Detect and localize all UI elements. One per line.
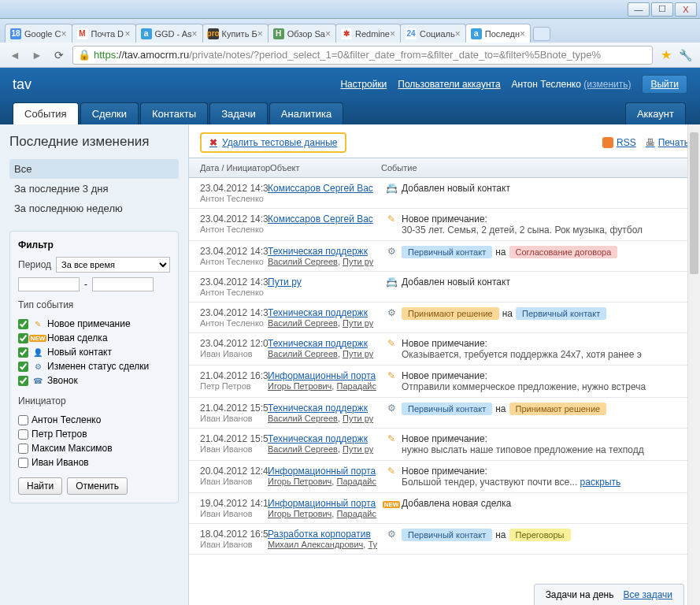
event-initiator: Антон Тесленко <box>200 194 268 203</box>
event-object-link[interactable]: Комиссаров Сергей Вас <box>268 213 381 225</box>
expand-link[interactable]: раскрыть <box>580 477 621 488</box>
event-sub-link[interactable]: Игорь Петрович <box>268 509 331 518</box>
check-new-note[interactable] <box>18 319 28 329</box>
event-object-link[interactable]: Техническая поддержк <box>268 246 381 257</box>
tab-tasks[interactable]: Задачи <box>209 102 268 124</box>
check-user-4[interactable] <box>18 458 28 468</box>
bookmark-star-icon[interactable]: ★ <box>661 47 672 62</box>
event-sub-link[interactable]: Василий Сергеев <box>268 318 338 328</box>
check-new-deal[interactable] <box>18 333 28 343</box>
settings-link[interactable]: Настройки <box>340 79 387 90</box>
logout-button[interactable]: Выйти <box>642 75 687 94</box>
browser-tab[interactable]: HОбзор Sa× <box>268 24 336 43</box>
url-input[interactable]: 🔒 https://tav.amocrm.ru/private/notes/?p… <box>72 46 653 65</box>
event-date: 21.04.2012 15:5 <box>200 433 268 444</box>
scrollbar[interactable] <box>687 124 700 605</box>
period-select[interactable]: За все время <box>56 257 170 273</box>
tab-close-icon[interactable]: × <box>520 28 525 39</box>
tab-contacts[interactable]: Контакты <box>140 102 208 124</box>
event-object-link[interactable]: Комиссаров Сергей Вас <box>268 183 381 194</box>
check-status-change[interactable] <box>18 362 28 372</box>
check-user-3[interactable] <box>18 444 28 454</box>
favicon-icon: ✱ <box>341 28 352 39</box>
tab-analytics[interactable]: Аналитика <box>269 102 343 124</box>
new-tab-button[interactable] <box>533 27 550 41</box>
browser-tab[interactable]: aПоследн× <box>465 24 531 43</box>
event-sub-link[interactable]: Парадайс <box>336 381 376 391</box>
check-user-1[interactable] <box>18 415 28 425</box>
favicon-icon: 18 <box>10 28 21 39</box>
event-sub-link[interactable]: Василий Сергеев <box>268 349 338 358</box>
tab-close-icon[interactable]: × <box>257 28 263 39</box>
window-maximize-button[interactable]: ☐ <box>651 2 673 17</box>
cancel-button[interactable]: Отменить <box>67 477 128 495</box>
event-sub-link[interactable]: Василий Сергеев <box>268 414 338 423</box>
browser-tab[interactable]: aGGD - As× <box>135 24 203 43</box>
event-object-link[interactable]: Информационный порта <box>268 498 381 509</box>
event-sub-link[interactable]: Ту <box>368 540 377 549</box>
tab-deals[interactable]: Сделки <box>80 102 139 124</box>
tab-close-icon[interactable]: × <box>192 28 198 39</box>
find-button[interactable]: Найти <box>18 477 62 495</box>
event-object-link[interactable]: Информационный порта <box>268 370 381 381</box>
browser-tab[interactable]: 24Социаль× <box>400 24 466 43</box>
print-link[interactable]: 🖶Печать <box>646 137 689 148</box>
window-close-button[interactable]: X <box>675 2 697 17</box>
browser-tab[interactable]: MПочта D× <box>72 24 136 43</box>
event-object-link[interactable]: Техническая поддержк <box>268 403 381 414</box>
event-object-link[interactable]: Пути ру <box>268 277 381 288</box>
call-icon: ☎ <box>31 375 44 386</box>
event-object-link[interactable]: Информационный порта <box>268 466 381 477</box>
event-sub-link[interactable]: Михаил Александрович <box>268 540 363 549</box>
event-sub-link[interactable]: Парадайс <box>336 509 376 518</box>
event-sub-link[interactable]: Игорь Петрович <box>268 381 331 391</box>
tasks-bar[interactable]: Задачи на день Все задачи <box>534 584 684 605</box>
forward-button[interactable]: ► <box>28 46 46 64</box>
filter-3days[interactable]: За последние 3 дня <box>9 179 179 199</box>
event-sub-link[interactable]: Парадайс <box>336 477 376 486</box>
event-sub-link[interactable]: Игорь Петрович <box>268 477 331 486</box>
account-users-link[interactable]: Пользователи аккаунта <box>398 79 500 90</box>
all-tasks-link[interactable]: Все задачи <box>623 589 672 600</box>
browser-tab[interactable]: proКупить Б× <box>202 24 269 43</box>
event-sub-link[interactable]: Пути ру <box>343 257 373 266</box>
date-to-input[interactable] <box>92 277 154 291</box>
tab-events[interactable]: События <box>13 102 79 124</box>
event-object-link[interactable]: Техническая поддержк <box>268 307 381 318</box>
check-new-contact[interactable] <box>18 347 28 358</box>
event-sub-link[interactable]: Пути ру <box>343 349 373 358</box>
tab-close-icon[interactable]: × <box>325 28 331 39</box>
event-sub-link[interactable]: Василий Сергеев <box>268 257 338 266</box>
window-minimize-button[interactable]: — <box>628 2 650 17</box>
filter-all[interactable]: Все <box>9 159 179 179</box>
rss-link[interactable]: RSS <box>602 137 636 148</box>
event-object-link[interactable]: Разработка корпоратив <box>268 529 381 540</box>
change-user-link[interactable]: (изменить) <box>583 79 631 90</box>
event-row: 23.04.2012 14:3Антон ТесленкоТехническая… <box>189 241 700 272</box>
event-sub-link[interactable]: Пути ру <box>343 444 373 454</box>
check-call[interactable] <box>18 376 28 386</box>
date-from-input[interactable] <box>18 277 80 291</box>
delete-test-data-button[interactable]: ✖Удалить тестовые данные <box>200 132 346 153</box>
reload-button[interactable]: ⟳ <box>50 46 68 64</box>
filter-week[interactable]: За последнюю неделю <box>9 199 179 218</box>
event-body: нужно выслать наше типовое предложение н… <box>402 444 689 455</box>
tab-close-icon[interactable]: × <box>390 28 395 39</box>
browser-tab[interactable]: ✱Redmine× <box>335 24 401 43</box>
event-sub-link[interactable]: Василий Сергеев <box>268 444 338 454</box>
event-sub-link[interactable]: Пути ру <box>343 414 373 423</box>
event-sub-link[interactable]: Пути ру <box>343 318 373 328</box>
tab-close-icon[interactable]: × <box>455 28 461 39</box>
event-object-link[interactable]: Техническая поддержк <box>268 338 381 349</box>
event-object-link[interactable]: Техническая поддержк <box>268 433 381 444</box>
tab-close-icon[interactable]: × <box>61 28 66 39</box>
wrench-menu-icon[interactable]: 🔧 <box>676 46 694 64</box>
print-icon: 🖶 <box>646 137 655 148</box>
event-body: Отправили коммерческое предложение, нужн… <box>402 381 689 392</box>
tab-account[interactable]: Аккаунт <box>625 102 686 124</box>
scrollbar-thumb[interactable] <box>690 132 698 274</box>
check-user-2[interactable] <box>18 429 28 440</box>
tab-close-icon[interactable]: × <box>124 28 130 39</box>
back-button[interactable]: ◄ <box>6 46 24 64</box>
browser-tab[interactable]: 18Google C× <box>5 24 72 43</box>
